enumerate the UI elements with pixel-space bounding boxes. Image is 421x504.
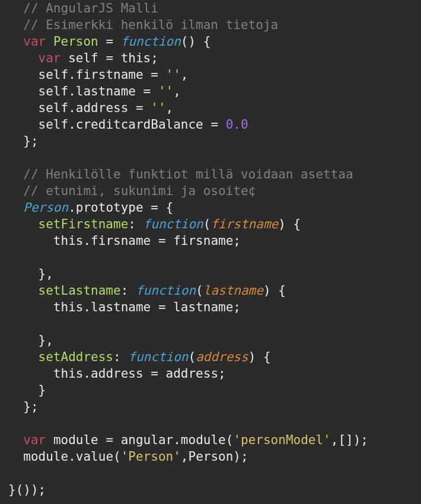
- code-line: var Person = function() {: [8, 34, 210, 49]
- code-block: // AngularJS Malli // Esimerkki henkilö …: [0, 0, 421, 498]
- string-literal: '': [158, 84, 173, 98]
- string-literal: '': [166, 68, 181, 82]
- keyword-var: var: [23, 34, 46, 49]
- comment: // AngularJS Malli: [23, 1, 158, 15]
- keyword-function: function: [128, 350, 188, 364]
- code-line: // Henkilölle funktiot millä voidaan ase…: [8, 167, 353, 181]
- keyword-function: function: [143, 217, 203, 231]
- blank-line: [8, 416, 16, 430]
- code-line: this.address = address;: [8, 366, 226, 381]
- param-address: address: [196, 350, 248, 364]
- code-line: this.lastname = lastname;: [8, 300, 241, 314]
- keyword-var: var: [39, 51, 61, 65]
- code-line: },: [8, 333, 53, 347]
- string-literal: 'Person': [121, 449, 181, 464]
- code-line: }: [8, 383, 46, 397]
- comment: // Henkilölle funktiot millä voidaan ase…: [23, 167, 353, 181]
- code-line: self.lastname = '',: [8, 84, 181, 98]
- code-line: self.creditcardBalance = 0.0: [8, 117, 248, 132]
- keyword-function: function: [121, 34, 181, 49]
- code-line: },: [8, 267, 53, 281]
- method-setAddress: setAddress: [39, 350, 113, 364]
- comment: // etunimi, sukunimi ja osoite¢: [23, 184, 256, 198]
- code-line: this.firsname = firsname;: [8, 234, 241, 248]
- keyword-var: var: [23, 433, 46, 447]
- blank-line: [8, 317, 16, 331]
- code-line: // AngularJS Malli: [8, 1, 158, 15]
- code-line: self.address = '',: [8, 101, 173, 115]
- code-line: module.value('Person',Person);: [8, 449, 248, 464]
- code-line: setAddress: function(address) {: [8, 350, 271, 364]
- number-literal: 0.0: [226, 117, 248, 132]
- string-literal: 'personModel': [233, 433, 330, 447]
- method-setLastname: setLastname: [39, 283, 121, 298]
- code-line: Person.prototype = {: [8, 200, 173, 215]
- code-line: setFirstname: function(firstname) {: [8, 217, 301, 231]
- param-firstname: firstname: [210, 217, 278, 231]
- code-line: };: [8, 134, 39, 148]
- comment: // Esimerkki henkilö ilman tietoja: [23, 18, 278, 32]
- code-line: self.firstname = '',: [8, 68, 189, 82]
- code-line: };: [8, 400, 39, 414]
- method-setFirstname: setFirstname: [39, 217, 129, 231]
- keyword-function: function: [136, 283, 196, 298]
- code-line: }());: [8, 483, 46, 497]
- identifier-Person: Person: [23, 200, 68, 215]
- blank-line: [8, 250, 16, 264]
- identifier-Person: Person: [53, 34, 98, 49]
- code-line: var module = angular.module('personModel…: [8, 433, 368, 447]
- code-line: // Esimerkki henkilö ilman tietoja: [8, 18, 278, 32]
- param-lastname: lastname: [203, 283, 263, 298]
- code-line: // etunimi, sukunimi ja osoite¢: [8, 184, 256, 198]
- blank-line: [8, 466, 16, 480]
- string-literal: '': [151, 101, 165, 115]
- code-line: var self = this;: [8, 51, 158, 65]
- blank-line: [8, 151, 16, 165]
- code-line: setLastname: function(lastname) {: [8, 283, 286, 298]
